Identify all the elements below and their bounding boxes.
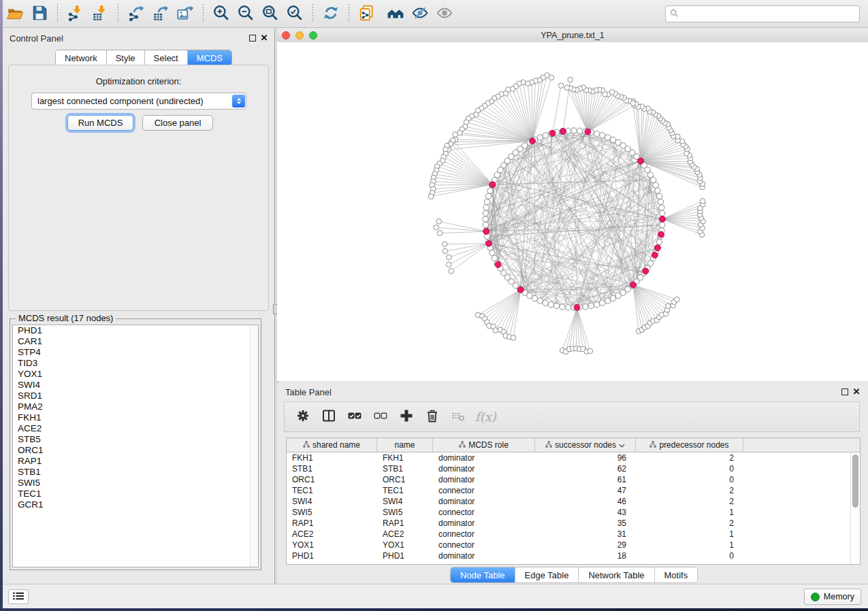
network-node[interactable]: [583, 304, 588, 310]
mcds-result-item[interactable]: PHD1: [13, 325, 258, 336]
save-session-button[interactable]: [29, 3, 50, 24]
table-row[interactable]: FKH1FKH1dominator962: [287, 452, 860, 463]
network-node[interactable]: [655, 188, 660, 193]
network-node-mcds[interactable]: [655, 245, 661, 251]
table-scrollbar-thumb[interactable]: [852, 455, 858, 508]
column-header-name[interactable]: name: [377, 438, 433, 452]
mcds-result-item[interactable]: TEC1: [13, 489, 258, 499]
network-canvas[interactable]: [277, 42, 868, 381]
network-node-mcds[interactable]: [486, 240, 492, 246]
network-node-mcds[interactable]: [630, 282, 637, 288]
network-node[interactable]: [700, 199, 705, 204]
network-node[interactable]: [447, 262, 452, 267]
network-node[interactable]: [600, 133, 605, 138]
network-node[interactable]: [532, 295, 537, 301]
export-network-button[interactable]: [125, 3, 147, 24]
network-node-mcds[interactable]: [638, 158, 644, 164]
apply-layout-button[interactable]: [320, 3, 342, 24]
show-all-networks-button[interactable]: [385, 3, 406, 24]
import-table-button[interactable]: [89, 3, 111, 24]
network-node[interactable]: [483, 210, 488, 216]
network-node-mcds[interactable]: [495, 262, 501, 268]
network-node[interactable]: [564, 85, 570, 90]
column-header-shared-name[interactable]: shared name: [287, 438, 377, 452]
close-panel-button[interactable]: Close panel: [142, 115, 213, 131]
network-node[interactable]: [660, 210, 665, 216]
mcds-result-item[interactable]: TID3: [13, 358, 258, 369]
control-panel-float-button[interactable]: [249, 35, 256, 42]
mcds-result-item[interactable]: STB1: [13, 467, 258, 478]
table-row[interactable]: PHD1PHD1dominator180: [287, 550, 860, 561]
network-node[interactable]: [656, 239, 662, 244]
network-node[interactable]: [442, 242, 447, 247]
zoom-out-button[interactable]: [235, 3, 257, 24]
network-node[interactable]: [659, 205, 664, 210]
tab-mcds[interactable]: MCDS: [188, 50, 231, 65]
network-node[interactable]: [571, 128, 577, 133]
network-node[interactable]: [453, 132, 458, 137]
network-node[interactable]: [485, 193, 491, 199]
network-node[interactable]: [577, 128, 582, 133]
memory-button[interactable]: Memory: [804, 589, 861, 605]
network-node-mcds[interactable]: [530, 138, 536, 144]
table-row[interactable]: SWI4SWI4dominator462: [287, 496, 860, 507]
clear-selection-button[interactable]: [370, 406, 391, 428]
network-node[interactable]: [565, 305, 570, 310]
network-node[interactable]: [483, 216, 488, 222]
mcds-result-item[interactable]: SWI4: [13, 380, 258, 391]
network-node[interactable]: [543, 300, 548, 306]
select-all-button[interactable]: [344, 406, 366, 428]
network-node[interactable]: [553, 303, 559, 308]
network-node[interactable]: [493, 328, 498, 333]
network-node[interactable]: [443, 248, 448, 254]
search-input[interactable]: [681, 7, 859, 21]
mcds-result-item[interactable]: SWI5: [13, 478, 258, 489]
delete-column-button[interactable]: [421, 406, 443, 428]
network-node[interactable]: [489, 250, 495, 256]
table-row[interactable]: ORC1ORC1dominator610: [287, 474, 860, 485]
tab-edge-table[interactable]: Edge Table: [515, 567, 579, 582]
network-node[interactable]: [487, 188, 493, 193]
show-selected-button[interactable]: [434, 3, 455, 24]
network-node-mcds[interactable]: [658, 231, 664, 237]
network-node[interactable]: [558, 83, 564, 88]
split-view-button[interactable]: [318, 406, 340, 428]
network-node[interactable]: [594, 131, 599, 136]
network-node[interactable]: [653, 182, 658, 188]
table-row[interactable]: SWI5SWI5connector431: [287, 507, 860, 518]
mcds-result-item[interactable]: PMA2: [13, 401, 258, 412]
tab-network[interactable]: Network: [56, 50, 107, 65]
table-row[interactable]: ACE2ACE2connector311: [287, 529, 860, 540]
network-node[interactable]: [666, 303, 671, 309]
column-header-MCDS-role[interactable]: MCDS role: [433, 438, 535, 452]
network-node[interactable]: [436, 219, 442, 225]
network-node[interactable]: [428, 194, 434, 199]
clone-network-button[interactable]: [356, 3, 378, 24]
mcds-result-item[interactable]: ORC1: [13, 445, 258, 456]
table-scrollbar[interactable]: [850, 452, 860, 564]
network-node[interactable]: [449, 269, 454, 274]
export-table-button[interactable]: [150, 3, 172, 24]
network-node[interactable]: [658, 199, 663, 204]
mcds-result-item[interactable]: STP4: [13, 347, 258, 358]
zoom-in-button[interactable]: [210, 3, 232, 24]
network-node[interactable]: [600, 300, 605, 306]
network-node[interactable]: [548, 301, 553, 307]
network-node[interactable]: [447, 254, 452, 260]
result-list-scrollbar[interactable]: [250, 325, 258, 567]
network-node[interactable]: [537, 298, 543, 303]
network-node[interactable]: [588, 348, 593, 354]
network-node[interactable]: [434, 225, 439, 231]
table-row[interactable]: TEC1TEC1connector472: [287, 485, 860, 496]
table-row[interactable]: RAP1RAP1dominator352: [287, 518, 860, 529]
mcds-result-item[interactable]: FKH1: [13, 412, 258, 423]
network-node[interactable]: [630, 101, 636, 106]
network-node[interactable]: [483, 205, 489, 210]
network-node-mcds[interactable]: [574, 305, 580, 311]
network-node[interactable]: [594, 301, 599, 307]
network-node[interactable]: [437, 231, 443, 236]
network-node[interactable]: [568, 77, 573, 82]
network-node[interactable]: [660, 222, 665, 227]
network-node[interactable]: [656, 193, 662, 199]
network-node-mcds[interactable]: [549, 130, 556, 136]
